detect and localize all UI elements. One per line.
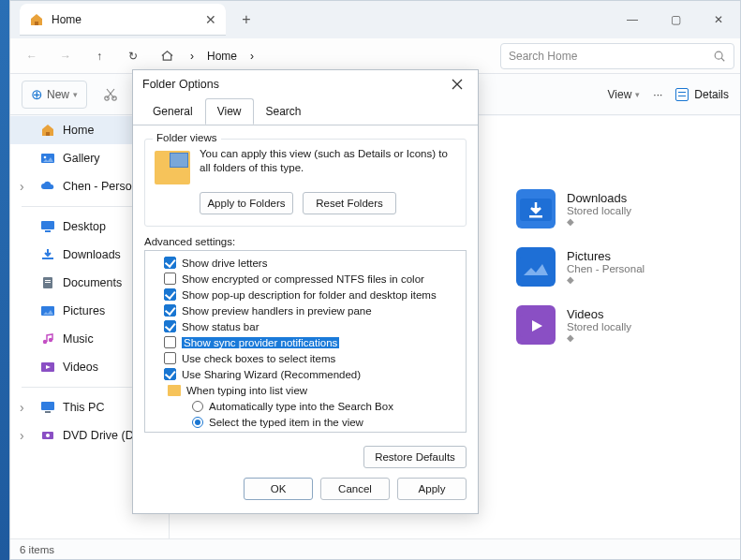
status-bar: 6 items [10,538,740,559]
advanced-setting-item[interactable]: Use check boxes to select items [151,350,460,366]
disc-icon [40,428,55,443]
list-item[interactable]: VideosStored locally◆ [516,305,631,345]
breadcrumb-sep: › [185,46,200,66]
up-button[interactable]: ↑ [83,42,115,70]
refresh-button[interactable]: ↻ [117,42,149,70]
checkbox-icon[interactable] [164,288,176,301]
cancel-button[interactable]: Cancel [320,478,390,500]
search-icon [713,50,726,63]
setting-label: Navigation pane [173,433,251,434]
search-placeholder: Search Home [509,50,577,63]
svg-rect-13 [45,282,51,283]
home-icon [40,123,55,138]
advanced-group-header: When typing into list view [151,382,460,398]
folder-views-legend: Folder views [153,132,221,143]
folder-options-dialog: Folder Options General View Search Folde… [132,69,479,514]
setting-label: Show status bar [182,321,259,332]
setting-label: Show encrypted or compressed NTFS files … [182,273,424,285]
checkbox-icon[interactable] [164,320,176,332]
advanced-setting-item[interactable]: Automatically type into the Search Box [151,398,460,414]
window-close-button[interactable]: ✕ [697,1,740,38]
cut-button[interactable] [96,81,125,109]
folder-icon [155,433,168,434]
folder-icon [516,247,556,287]
tab-close-icon[interactable]: ✕ [205,12,216,27]
ok-button[interactable]: OK [244,478,313,500]
setting-label: Use check boxes to select items [182,353,335,364]
radio-icon[interactable] [192,417,203,428]
advanced-setting-item[interactable]: Show preview handlers in preview pane [151,302,460,318]
checkbox-icon[interactable] [164,304,176,317]
breadcrumb-home[interactable]: Home [201,46,243,66]
details-toggle[interactable]: Details [675,88,729,101]
cloud-icon [40,179,55,194]
tab-search[interactable]: Search [254,98,314,125]
search-input[interactable]: Search Home [500,43,734,69]
advanced-group-header: Navigation pane [151,430,460,433]
checkbox-icon[interactable] [164,273,176,285]
maximize-button[interactable]: ▢ [654,1,697,38]
tab-home[interactable]: Home ✕ [20,4,226,36]
back-button[interactable]: ← [16,42,48,70]
folder-views-icon [155,151,190,184]
advanced-settings-list[interactable]: Show drive lettersShow encrypted or comp… [144,250,467,433]
minimize-button[interactable]: — [611,1,654,38]
dialog-tabs: General View Search [133,98,478,125]
advanced-setting-item[interactable]: Use Sharing Wizard (Recommended) [151,366,460,382]
advanced-setting-item[interactable]: Show status bar [151,318,460,334]
restore-defaults-button[interactable]: Restore Defaults [363,446,467,468]
svg-rect-10 [42,258,53,259]
tab-view[interactable]: View [205,98,254,125]
advanced-settings-label: Advanced settings: [144,236,467,247]
folder-icon [168,385,181,396]
advanced-setting-item[interactable]: Show drive letters [151,255,460,271]
dialog-title: Folder Options [142,78,219,91]
advanced-setting-item[interactable]: Show encrypted or compressed NTFS files … [151,271,460,287]
more-menu[interactable]: ··· [653,88,662,101]
apply-to-folders-button[interactable]: Apply to Folders [200,192,293,214]
svg-rect-9 [45,230,51,232]
svg-rect-19 [45,411,51,413]
checkbox-icon[interactable] [164,336,176,348]
checkbox-icon[interactable] [164,352,176,364]
videos-icon [40,360,55,375]
reset-folders-button[interactable]: Reset Folders [303,192,396,214]
svg-rect-8 [41,221,54,229]
advanced-setting-item[interactable]: Select the typed item in the view [151,414,460,430]
checkbox-icon[interactable] [164,257,176,269]
titlebar: Home ✕ + — ▢ ✕ [10,1,740,38]
pc-icon [40,400,55,415]
setting-label: Show preview handlers in preview pane [182,305,372,317]
tab-general[interactable]: General [141,98,205,125]
list-item[interactable]: DownloadsStored locally◆ [516,189,631,228]
svg-rect-24 [520,257,552,279]
setting-label: Show pop-up description for folder and d… [182,289,437,301]
svg-point-21 [46,434,50,437]
setting-label: Show drive letters [182,258,267,269]
forward-button[interactable]: → [50,42,82,70]
new-tab-button[interactable]: + [230,4,262,36]
download-icon [40,247,55,262]
setting-label: Automatically type into the Search Box [209,401,393,412]
svg-point-7 [44,156,47,159]
pin-icon: ◆ [567,332,631,343]
pin-icon: ◆ [567,216,631,227]
view-menu[interactable]: View▾ [608,88,641,101]
advanced-setting-item[interactable]: Show sync provider notifications [151,334,460,350]
advanced-setting-item[interactable]: Show pop-up description for folder and d… [151,287,460,302]
apply-button[interactable]: Apply [397,478,467,500]
svg-rect-23 [529,215,542,218]
status-text: 6 items [20,544,54,555]
gallery-icon [40,151,55,166]
pin-icon: ◆ [567,274,645,285]
pictures-icon [40,303,55,318]
checkbox-icon[interactable] [164,368,176,380]
documents-icon [40,275,55,290]
new-button[interactable]: ⊕ New ▾ [22,81,87,109]
dialog-close-button[interactable] [446,73,468,96]
radio-icon[interactable] [192,401,203,412]
list-item[interactable]: PicturesChen - Personal◆ [516,247,645,287]
address-home-icon[interactable] [151,42,183,70]
setting-label: When typing into list view [186,385,307,396]
svg-rect-18 [41,402,54,410]
